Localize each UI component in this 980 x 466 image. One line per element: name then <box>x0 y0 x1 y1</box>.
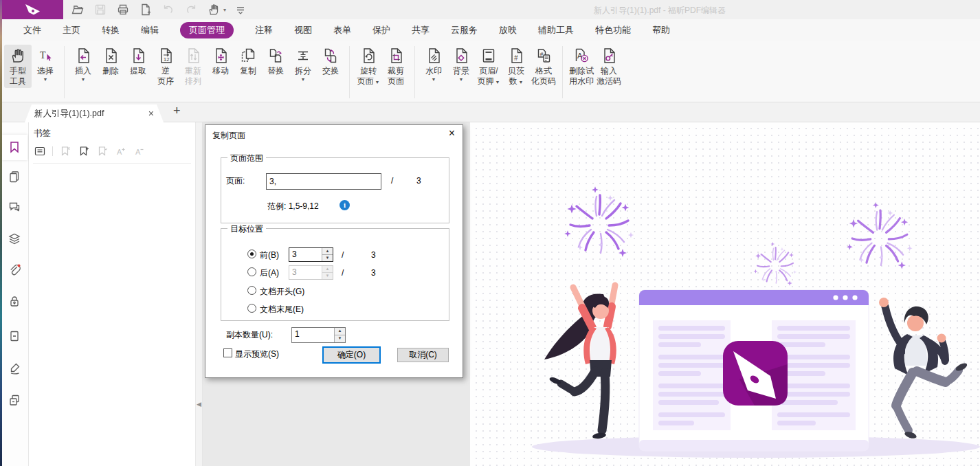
celebration-illustration <box>470 122 980 466</box>
ok-button[interactable]: 确定(O) <box>322 346 381 364</box>
bates-numbering-button[interactable]: # 贝茨数▼ <box>502 45 530 88</box>
doc-start-radio[interactable] <box>247 286 256 295</box>
layers-icon[interactable] <box>8 232 21 246</box>
bookmark-panel-active-tile[interactable] <box>2 135 27 160</box>
delete-pages-button[interactable]: 删除 <box>97 45 124 78</box>
duplicate-pages-button[interactable]: 复制 <box>234 45 262 78</box>
linked-view-icon[interactable] <box>8 393 21 407</box>
remove-trial-watermark-icon: A <box>572 47 590 65</box>
document-tab[interactable]: 新人引导(1)(1).pdf × <box>25 104 164 122</box>
attachments-icon[interactable] <box>8 263 21 277</box>
firework-middle <box>754 242 797 286</box>
bookmark-more-icon <box>96 145 109 157</box>
app-logo[interactable] <box>0 0 63 19</box>
ribbon-separator <box>414 46 415 98</box>
after-radio-label[interactable]: 后(A) <box>260 267 279 279</box>
hand-tool-icon <box>9 47 27 65</box>
page-range-input[interactable] <box>266 173 381 190</box>
spin-down-icon: ▼ <box>322 273 333 279</box>
move-pages-icon <box>212 47 230 65</box>
menu-share[interactable]: 共享 <box>412 24 430 36</box>
collapse-panel-icon[interactable]: ◀ <box>197 401 201 408</box>
menu-page-organize-active[interactable]: 页面管理 <box>180 22 234 38</box>
info-icon[interactable]: i <box>339 200 350 210</box>
menu-protect[interactable]: 保护 <box>372 24 390 36</box>
enter-activation-code-button[interactable]: 输入激活码 <box>595 45 623 88</box>
menu-form[interactable]: 表单 <box>333 24 351 36</box>
menu-view[interactable]: 视图 <box>294 24 312 36</box>
menu-features[interactable]: 特色功能 <box>595 24 631 36</box>
delete-bookmark-icon <box>59 145 71 157</box>
menu-file[interactable]: 文件 <box>23 24 41 36</box>
cancel-button[interactable]: 取消(C) <box>397 348 449 362</box>
comments-icon[interactable] <box>8 200 21 214</box>
signature-icon[interactable] <box>8 362 21 375</box>
before-page-spinner[interactable]: 3 ▲▼ <box>289 247 333 262</box>
hand-tool-quick-icon[interactable] <box>207 3 221 16</box>
save-icon[interactable] <box>93 3 107 16</box>
dialog-close-icon[interactable]: × <box>449 128 455 139</box>
menu-edit[interactable]: 编辑 <box>141 24 159 36</box>
spin-down-icon: ▼ <box>322 255 333 261</box>
destinations-icon[interactable] <box>8 329 21 343</box>
doc-end-radio-label[interactable]: 文档末尾(E) <box>260 304 304 315</box>
spin-up-icon: ▲ <box>322 266 333 273</box>
format-page-numbers-button[interactable]: # 格式化页码 <box>530 45 557 88</box>
print-icon[interactable] <box>116 3 130 16</box>
show-preview-label[interactable]: 显示预览(S) <box>235 348 279 360</box>
reverse-order-icon: 12 <box>157 47 175 65</box>
menu-cloud[interactable]: 云服务 <box>451 24 478 36</box>
header-footer-button[interactable]: 页眉/页脚▼ <box>475 45 502 88</box>
remove-trial-watermark-button[interactable]: A 删除试用水印 <box>568 45 595 88</box>
tab-close-icon[interactable]: × <box>148 109 154 118</box>
doc-end-radio[interactable] <box>247 304 256 313</box>
extract-pages-button[interactable]: 提取 <box>124 45 152 78</box>
crop-pages-button[interactable]: 裁剪页面 <box>382 45 410 88</box>
rotate-pages-button[interactable]: 旋转页面▼ <box>355 45 382 88</box>
open-file-icon[interactable] <box>71 3 85 16</box>
doc-start-radio-label[interactable]: 文档开头(G) <box>260 286 304 298</box>
swap-pages-button[interactable]: 交换 <box>317 45 344 78</box>
ribbon-separator <box>562 46 563 98</box>
menu-home[interactable]: 主页 <box>63 24 80 36</box>
page-thumbnails-icon[interactable] <box>8 170 21 184</box>
menu-present[interactable]: 放映 <box>499 24 517 36</box>
page-range-example: 范例: 1,5-9,12 <box>267 201 319 212</box>
new-document-icon[interactable] <box>139 3 153 16</box>
before-radio[interactable] <box>247 249 256 258</box>
redo-icon[interactable] <box>184 3 198 16</box>
bookmark-panel-title: 书签 <box>34 128 195 140</box>
new-tab-icon[interactable]: + <box>173 104 181 118</box>
replace-pages-button[interactable]: 替换 <box>262 45 289 78</box>
split-document-icon <box>294 47 312 65</box>
after-radio[interactable] <box>247 267 256 276</box>
split-document-button[interactable]: 拆分 ▼ <box>289 45 317 83</box>
background-button[interactable]: 背景 ▼ <box>447 45 475 83</box>
panel-splitter[interactable]: ◀ <box>196 122 203 466</box>
hand-tool-dropdown-caret[interactable]: ▾ <box>223 7 226 13</box>
undo-icon[interactable] <box>162 3 175 16</box>
move-pages-button[interactable]: 移动 <box>207 45 234 78</box>
copy-pages-icon <box>239 47 257 65</box>
customize-toolbar-icon[interactable] <box>235 3 246 16</box>
add-bookmark-icon[interactable] <box>78 145 90 157</box>
watermark-button[interactable]: 水印 ▼ <box>420 45 447 83</box>
before-radio-label[interactable]: 前(B) <box>260 249 279 261</box>
document-page-illustration[interactable] <box>470 122 980 466</box>
after-separator: / <box>342 268 344 278</box>
svg-text:T: T <box>40 50 46 60</box>
menu-accessibility[interactable]: 辅助工具 <box>538 24 574 36</box>
security-icon[interactable] <box>8 294 21 308</box>
select-tool-button[interactable]: T 选择 ▼ <box>32 45 59 83</box>
menu-convert[interactable]: 转换 <box>102 24 120 36</box>
expand-bookmarks-icon[interactable] <box>34 145 46 157</box>
insert-pages-button[interactable]: 插入 ▼ <box>69 45 97 83</box>
firework-right <box>847 202 913 269</box>
menu-help[interactable]: 帮助 <box>652 24 670 36</box>
menu-comment[interactable]: 注释 <box>255 24 273 36</box>
copies-spinner[interactable]: 1 ▲▼ <box>291 327 346 343</box>
reverse-page-order-button[interactable]: 12 逆页序 <box>152 45 179 88</box>
hand-tool-button[interactable]: 手型工具 <box>4 45 32 88</box>
bates-numbering-icon: # <box>507 47 525 65</box>
show-preview-checkbox[interactable] <box>223 348 232 357</box>
